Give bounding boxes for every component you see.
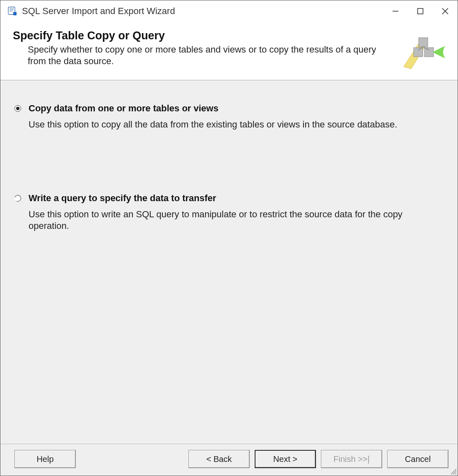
close-button[interactable] (433, 4, 458, 19)
cancel-button[interactable]: Cancel (387, 450, 448, 468)
svg-rect-3 (418, 9, 423, 14)
back-button[interactable]: < Back (188, 450, 250, 468)
next-button[interactable]: Next > (255, 450, 316, 468)
svg-rect-1 (13, 12, 17, 15)
option-write-query-desc: Use this option to write an SQL query to… (14, 209, 412, 232)
option-copy-tables: Copy data from one or more tables or vie… (14, 103, 444, 131)
option-write-query: Write a query to specify the data to tra… (14, 193, 444, 232)
app-icon (8, 7, 17, 16)
svg-rect-8 (424, 48, 434, 57)
svg-rect-6 (419, 38, 428, 47)
minimize-button[interactable] (383, 4, 408, 19)
wizard-content: Copy data from one or more tables or vie… (0, 80, 458, 444)
titlebar: SQL Server Import and Export Wizard (0, 0, 458, 22)
radio-write-query[interactable] (13, 194, 22, 202)
wizard-banner-icon (400, 29, 445, 71)
svg-rect-7 (414, 48, 423, 57)
radio-copy-tables[interactable] (14, 105, 21, 112)
option-write-query-label[interactable]: Write a query to specify the data to tra… (29, 193, 216, 204)
wizard-header: Specify Table Copy or Query Specify whet… (0, 22, 458, 80)
page-title: Specify Table Copy or Query (13, 29, 391, 42)
window-title: SQL Server Import and Export Wizard (22, 6, 383, 17)
maximize-button[interactable] (408, 4, 433, 19)
resize-grip[interactable] (449, 467, 457, 475)
finish-button: Finish >>| (321, 450, 382, 468)
svg-line-13 (455, 473, 456, 474)
option-copy-tables-label[interactable]: Copy data from one or more tables or vie… (29, 103, 218, 114)
option-copy-tables-desc: Use this option to copy all the data fro… (14, 119, 412, 131)
wizard-footer: Help < Back Next > Finish >>| Cancel (0, 444, 458, 476)
wizard-window: SQL Server Import and Export Wizard Spec… (0, 0, 458, 476)
window-controls (383, 4, 458, 19)
page-subtitle: Specify whether to copy one or more tabl… (13, 44, 391, 67)
help-button[interactable]: Help (14, 450, 76, 468)
